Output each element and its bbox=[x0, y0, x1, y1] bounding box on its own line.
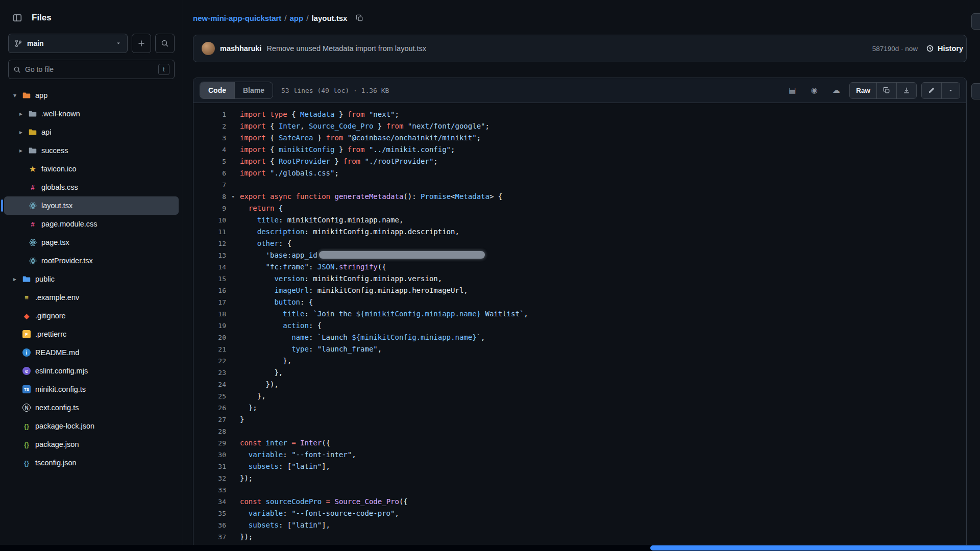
tab-code[interactable]: Code bbox=[200, 82, 235, 98]
line-number[interactable]: 33 bbox=[193, 484, 226, 496]
copy-raw-button[interactable] bbox=[877, 83, 897, 98]
line-number[interactable]: 10 bbox=[193, 214, 226, 226]
symbols-panel-button[interactable]: ▤ bbox=[783, 82, 801, 99]
breadcrumb-dir-link[interactable]: app bbox=[290, 14, 304, 22]
tree-item-.well-known[interactable]: ▸.well-known bbox=[4, 105, 179, 123]
line-number[interactable]: 4 bbox=[193, 144, 226, 156]
tree-item-api[interactable]: ▸api bbox=[4, 123, 179, 141]
go-to-file-input[interactable] bbox=[25, 65, 154, 73]
line-number[interactable]: 19 bbox=[193, 320, 226, 332]
line-number[interactable]: 12 bbox=[193, 238, 226, 249]
right-panel-button-top[interactable] bbox=[971, 13, 980, 30]
line-number[interactable]: 30 bbox=[193, 449, 226, 461]
line-number[interactable]: 2 bbox=[193, 120, 226, 132]
avatar[interactable] bbox=[202, 42, 215, 55]
line-number[interactable]: 17 bbox=[193, 296, 226, 308]
tree-item-rootProvider.tsx[interactable]: rootProvider.tsx bbox=[4, 252, 179, 270]
line-number[interactable]: 1 bbox=[193, 109, 226, 120]
commit-author-link[interactable]: mashharuki bbox=[220, 44, 261, 53]
go-to-file-box[interactable]: t bbox=[8, 60, 175, 79]
tree-item-.example.env[interactable]: ≡.example.env bbox=[4, 288, 179, 307]
line-number[interactable]: 21 bbox=[193, 343, 226, 355]
edit-dropdown-button[interactable] bbox=[942, 83, 960, 98]
line-number[interactable]: 3 bbox=[193, 132, 226, 144]
line-number[interactable]: 13 bbox=[193, 249, 226, 261]
sidebar-toggle-button[interactable] bbox=[8, 9, 27, 27]
code-lines: 1import type { Metadata } from "next";2i… bbox=[193, 103, 966, 551]
line-number[interactable]: 34 bbox=[193, 496, 226, 508]
tree-item-package.json[interactable]: {}package.json bbox=[4, 435, 179, 454]
scrollbar-thumb[interactable] bbox=[650, 545, 980, 550]
horizontal-scrollbar[interactable] bbox=[0, 545, 980, 551]
line-number[interactable]: 37 bbox=[193, 531, 226, 543]
line-number[interactable]: 23 bbox=[193, 367, 226, 379]
tree-item-globals.css[interactable]: #globals.css bbox=[4, 178, 179, 196]
tree-item-favicon.ico[interactable]: ★favicon.ico bbox=[4, 160, 179, 178]
tree-item-success[interactable]: ▸success bbox=[4, 141, 179, 160]
copilot-button[interactable]: ◉ bbox=[805, 82, 823, 99]
line-number[interactable]: 11 bbox=[193, 226, 226, 238]
line-number[interactable]: 22 bbox=[193, 355, 226, 367]
edit-button[interactable] bbox=[922, 83, 942, 98]
line-number[interactable]: 24 bbox=[193, 379, 226, 390]
line-number[interactable]: 28 bbox=[193, 425, 226, 437]
tree-item-.gitignore[interactable]: ◆.gitignore bbox=[4, 307, 179, 325]
line-number[interactable]: 16 bbox=[193, 285, 226, 296]
tree-item-minikit.config.ts[interactable]: TSminikit.config.ts bbox=[4, 380, 179, 398]
right-panel-button-symbols[interactable] bbox=[971, 83, 980, 99]
chevron-right-icon[interactable]: ▸ bbox=[15, 129, 27, 136]
line-number[interactable]: 18 bbox=[193, 308, 226, 320]
tree-item-layout.tsx[interactable]: layout.tsx bbox=[4, 196, 179, 215]
add-file-button[interactable] bbox=[132, 34, 151, 53]
line-number[interactable]: 15 bbox=[193, 273, 226, 285]
line-number[interactable]: 35 bbox=[193, 508, 226, 519]
line-number[interactable]: 6 bbox=[193, 167, 226, 179]
tree-item-tsconfig.json[interactable]: {}tsconfig.json bbox=[4, 454, 179, 472]
chevron-right-icon[interactable]: ▸ bbox=[15, 110, 27, 117]
line-number[interactable]: 29 bbox=[193, 437, 226, 449]
tree-item-public[interactable]: ▸public bbox=[4, 270, 179, 288]
line-number[interactable]: 26 bbox=[193, 402, 226, 414]
line-number[interactable]: 8 bbox=[193, 191, 226, 203]
line-number[interactable]: 14 bbox=[193, 261, 226, 273]
line-number[interactable]: 9 bbox=[193, 203, 226, 214]
tree-item-next.config.ts[interactable]: Nnext.config.ts bbox=[4, 398, 179, 417]
chevron-right-icon[interactable]: ▸ bbox=[15, 147, 27, 154]
code-text: version: minikitConfig.miniapp.version, bbox=[240, 273, 442, 285]
history-button[interactable]: History bbox=[926, 44, 963, 53]
code-line: 10 title: minikitConfig.miniapp.name, bbox=[193, 214, 966, 226]
line-number[interactable]: 20 bbox=[193, 332, 226, 343]
code-text: }, bbox=[240, 367, 283, 379]
code-line: 27} bbox=[193, 414, 966, 425]
tree-item-README.md[interactable]: iREADME.md bbox=[4, 343, 179, 362]
tree-item-.prettierrc[interactable]: P.prettierrc bbox=[4, 325, 179, 343]
tab-blame[interactable]: Blame bbox=[235, 82, 273, 98]
line-number[interactable]: 27 bbox=[193, 414, 226, 425]
download-button[interactable] bbox=[897, 83, 916, 98]
tree-item-eslint.config.mjs[interactable]: eeslint.config.mjs bbox=[4, 362, 179, 380]
pencil-icon bbox=[928, 87, 935, 94]
tree-item-label: eslint.config.mjs bbox=[35, 367, 88, 375]
search-button[interactable] bbox=[155, 34, 175, 53]
breadcrumb-repo-link[interactable]: new-mini-app-quickstart bbox=[193, 14, 281, 22]
fold-chevron-icon[interactable]: ▾ bbox=[226, 191, 240, 203]
line-number[interactable]: 25 bbox=[193, 390, 226, 402]
copy-path-button[interactable] bbox=[352, 11, 366, 25]
commit-sha-time[interactable]: 587190d · now bbox=[872, 45, 918, 53]
tree-item-page.tsx[interactable]: page.tsx bbox=[4, 233, 179, 252]
chevron-right-icon[interactable]: ▸ bbox=[9, 276, 20, 283]
raw-button[interactable]: Raw bbox=[850, 83, 877, 98]
line-number[interactable]: 36 bbox=[193, 519, 226, 531]
line-number[interactable]: 32 bbox=[193, 472, 226, 484]
tree-item-app[interactable]: ▾app bbox=[4, 86, 179, 105]
branch-selector[interactable]: main bbox=[8, 34, 128, 53]
tree-item-page.module.css[interactable]: #page.module.css bbox=[4, 215, 179, 233]
chevron-down-icon[interactable]: ▾ bbox=[9, 92, 20, 99]
codespaces-button[interactable]: ☁ bbox=[827, 82, 845, 99]
tree-item-package-lock.json[interactable]: {}package-lock.json bbox=[4, 417, 179, 435]
line-number[interactable]: 7 bbox=[193, 179, 226, 191]
commit-message-link[interactable]: Remove unused Metadata import from layou… bbox=[266, 44, 426, 53]
line-number[interactable]: 5 bbox=[193, 156, 226, 167]
file-stats: 53 lines (49 loc) · 1.36 KB bbox=[281, 87, 389, 94]
line-number[interactable]: 31 bbox=[193, 461, 226, 472]
